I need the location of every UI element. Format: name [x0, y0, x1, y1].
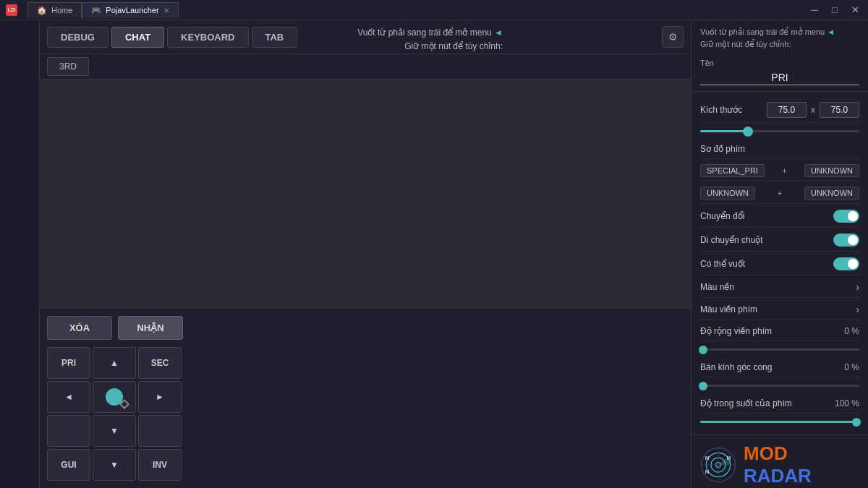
name-section: Tên	[692, 53, 868, 92]
keymap-badge-0-left: SPECIAL_PRI	[700, 164, 765, 177]
dotronsuotphim-fill	[700, 421, 856, 423]
bankinhgoccong-label: Bán kính góc cong	[700, 362, 772, 372]
pojavlauncher-icon: 🎮	[91, 6, 101, 15]
keymap-badge-1-right: UNKNOWN	[804, 187, 859, 200]
main-content: DEBUG CHAT KEYBOARD TAB ⚙ 3RD Vuốt từ ph…	[0, 20, 868, 488]
key-center[interactable]	[93, 381, 136, 413]
tab-home[interactable]: 🏠 Home	[27, 2, 82, 18]
main-slider-container[interactable]	[700, 124, 859, 138]
key-pri-label: PRI	[61, 358, 76, 368]
tab-pojavlauncher[interactable]: 🎮 PojavLauncher ✕	[82, 2, 178, 18]
maximize-button[interactable]: □	[827, 4, 842, 15]
cothevuot-label: Có thể vuốt	[700, 259, 745, 269]
mod-radar-text: MOD RADAR	[744, 442, 812, 487]
dorongvienphim-slider[interactable]	[700, 343, 859, 356]
bankinhgoccong-thumb[interactable]	[699, 382, 707, 390]
svg-text:M: M	[705, 455, 710, 461]
dorongvienphim-thumb[interactable]	[699, 346, 707, 354]
key-down3[interactable]: ▼	[93, 449, 136, 481]
main-slider-thumb[interactable]	[743, 127, 753, 137]
dotronsuotphim-value: 100 %	[835, 398, 859, 408]
minimize-button[interactable]: ─	[807, 4, 822, 15]
tab-debug[interactable]: DEBUG	[47, 27, 109, 48]
dichuyenchuot-toggle[interactable]	[833, 234, 859, 247]
dichuyenchuot-toggle-knob	[848, 235, 858, 245]
name-input[interactable]	[700, 70, 859, 85]
setting-chuyendoi: Chuyển đổi	[700, 205, 859, 228]
key-sec[interactable]: SEC	[138, 347, 182, 379]
keymap-row-1: UNKNOWN + UNKNOWN	[700, 183, 859, 204]
arrow-left-icon: ◄	[64, 392, 73, 402]
title-tab-bar: 🏠 Home 🎮 PojavLauncher ✕	[27, 2, 179, 18]
chuyendoi-toggle[interactable]	[833, 210, 859, 223]
key-empty-2	[138, 415, 182, 447]
radar-text: RADAR	[744, 465, 812, 487]
nav-tabs-row2: 3RD	[40, 54, 691, 80]
size-height-input[interactable]	[820, 102, 859, 118]
xoa-button[interactable]: XÓA	[47, 316, 112, 340]
mauvienphim-chevron-icon: ›	[856, 304, 859, 315]
dorongvienphim-track	[700, 348, 859, 351]
arrow-up-icon: ▲	[110, 358, 119, 368]
maunen-chevron-icon: ›	[856, 281, 859, 293]
tab-keyboard[interactable]: KEYBOARD	[167, 27, 248, 48]
nhan-button[interactable]: NHẬN	[118, 316, 183, 340]
setting-bankinhgoccong-header: Bán kính góc cong 0 %	[700, 358, 859, 377]
dotronsuotphim-thumb[interactable]	[852, 418, 861, 427]
setting-cothevuot: Có thể vuốt	[700, 253, 859, 275]
key-up[interactable]: ▲	[93, 347, 136, 379]
bankinhgoccong-slider[interactable]	[700, 379, 859, 393]
arrow-down3-icon: ▼	[110, 460, 119, 470]
key-inv[interactable]: INV	[138, 449, 182, 481]
maunen-label: Màu nền	[700, 282, 734, 292]
mauvienphim-label: Màu viền phím	[700, 304, 757, 314]
tab-3rd[interactable]: 3RD	[47, 57, 89, 76]
gear-button[interactable]: ⚙	[662, 26, 684, 48]
key-sec-label: SEC	[151, 358, 169, 368]
tab-close-icon[interactable]: ✕	[163, 7, 169, 14]
key-grid: PRI ▲ SEC ◄ ►	[47, 347, 684, 481]
key-pri[interactable]: PRI	[47, 347, 90, 379]
close-button[interactable]: ✕	[848, 4, 862, 15]
chuyendoi-label: Chuyển đổi	[700, 211, 744, 221]
svg-text:M: M	[705, 469, 710, 474]
left-sidebar	[0, 20, 40, 488]
name-label: Tên	[700, 59, 859, 67]
app-logo: LD	[6, 4, 17, 16]
size-inputs: x	[767, 102, 859, 118]
key-gui[interactable]: GUI	[47, 449, 90, 481]
tab-pojavlauncher-label: PojavLauncher	[106, 6, 158, 14]
key-down2[interactable]: ▼	[93, 415, 136, 447]
bottom-controls: XÓA NHẬN PRI ▲ SEC ◄	[40, 308, 691, 488]
main-slider-track	[700, 130, 859, 132]
dotronsuotphim-track	[700, 421, 859, 423]
right-hint-triangle: ◄	[827, 27, 835, 36]
size-width-input[interactable]	[767, 102, 807, 118]
cothevuot-toggle-knob	[848, 259, 858, 269]
dotronsuotphim-label: Độ trong suốt của phím	[700, 398, 792, 408]
action-buttons: XÓA NHẬN	[47, 316, 684, 340]
cothevuot-toggle[interactable]	[833, 257, 859, 270]
key-right[interactable]: ►	[138, 381, 182, 413]
setting-dichuyenchuot: Di chuyển chuột	[700, 229, 859, 252]
right-hint: Vuốt từ phải sang trái để mở menu ◄ Giữ …	[692, 20, 868, 53]
title-bar: LD 🏠 Home 🎮 PojavLauncher ✕ ─ □ ✕	[0, 0, 868, 20]
center-content	[40, 80, 691, 308]
setting-mauvienphim[interactable]: Màu viền phím ›	[700, 299, 859, 320]
tab-tab[interactable]: TAB	[252, 27, 298, 48]
keymap-label-row: Sơ đồ phím	[700, 140, 859, 159]
dotronsuotphim-slider[interactable]	[700, 415, 859, 429]
keymap-row-0: SPECIAL_PRI + UNKNOWN	[700, 160, 859, 181]
keymap-plus-0: +	[782, 166, 786, 175]
svg-text:M: M	[727, 455, 731, 461]
tab-chat[interactable]: CHAT	[111, 27, 164, 48]
setting-maunen[interactable]: Màu nền ›	[700, 277, 859, 298]
key-empty-1	[47, 415, 90, 447]
keymap-badge-0-right: UNKNOWN	[804, 164, 859, 177]
size-label: Kích thước	[700, 105, 742, 115]
key-inv-label: INV	[153, 460, 167, 470]
arrow-down2-icon: ▼	[110, 426, 119, 436]
keymap-section-label: Sơ đồ phím	[700, 144, 745, 154]
size-row: Kích thước x	[700, 98, 859, 123]
key-left[interactable]: ◄	[47, 381, 90, 413]
